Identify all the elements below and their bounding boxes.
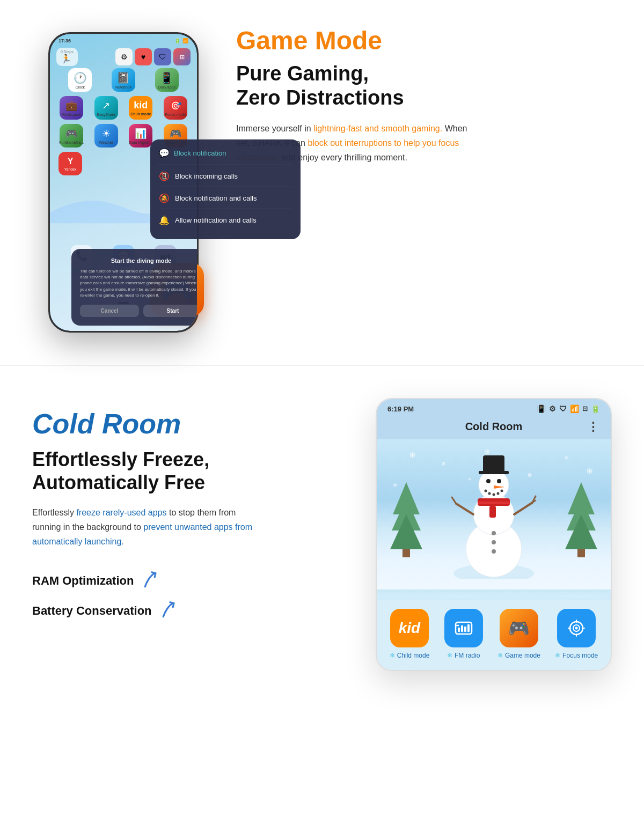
- phone-status-bar: 17:36 🔋📶: [50, 34, 197, 46]
- svg-rect-38: [464, 627, 466, 632]
- svg-rect-36: [458, 628, 460, 632]
- notif-panel-title: 💬 Block notification: [159, 148, 292, 158]
- app-focus[interactable]: 🎯 Focus mode: [164, 96, 187, 120]
- battery-icon: 🔋: [591, 404, 600, 413]
- app-daily[interactable]: 📱 Daily apps: [155, 68, 179, 92]
- svg-point-33: [492, 549, 496, 554]
- cold-status-time: 6:19 PM: [387, 405, 414, 413]
- snowflake-5: ❄: [565, 455, 568, 460]
- snowflake-2: ❄: [441, 461, 445, 467]
- cold-app-childmode: kid ❄ Child mode: [390, 609, 430, 659]
- app-icon-security[interactable]: 🛡: [154, 48, 171, 65]
- game-mode-phone-container: 17:36 🔋📶 0 Steps 🏃 ⚙ ♥ 🛡 ⊞: [32, 32, 215, 333]
- snow-wave: [377, 590, 611, 600]
- app-yandex[interactable]: Y Yandex: [58, 152, 82, 175]
- cold-room-phone: 6:19 PM 📳 ⚙ 🛡 📶 ⊡ 🔋 Cold Room ⋮ ❄: [376, 398, 612, 671]
- cold-desc-highlight-1: freeze rarely-used apps: [76, 508, 166, 517]
- diving-start-button[interactable]: Start: [143, 305, 197, 317]
- game-mode-section: 17:36 🔋📶 0 Steps 🏃 ⚙ ♥ 🛡 ⊞: [0, 0, 644, 365]
- app-workspace[interactable]: 💼 Workspace: [60, 96, 83, 120]
- notif-option-2[interactable]: 🔕 Block notification and calls: [159, 187, 292, 209]
- app-row-1: 🕐 Clock 📓 Notebook 📱 Daily apps: [50, 68, 197, 92]
- tree-right-icon: [562, 471, 600, 557]
- svg-rect-23: [489, 506, 496, 518]
- svg-rect-3: [402, 549, 410, 557]
- cold-app-label-game: ❄ Game mode: [497, 652, 540, 659]
- app-fungame[interactable]: 🎮 FunGameCe...: [60, 124, 83, 148]
- battery-arrow-icon: [158, 600, 180, 622]
- app-easyshare[interactable]: ↗ EasyShare: [94, 96, 118, 120]
- status-icons: 🔋📶: [174, 38, 188, 43]
- svg-point-15: [497, 479, 501, 483]
- benefit-ram-label: RAM Optimization: [32, 574, 134, 588]
- svg-rect-37: [461, 625, 463, 632]
- diving-dialog: Start the diving mode The call function …: [71, 249, 197, 326]
- diving-dialog-body: The call function will be turned off in …: [80, 268, 197, 298]
- diving-cancel-button[interactable]: Cancel: [80, 305, 139, 317]
- notif-icon: 💬: [159, 148, 170, 158]
- app-icon-extra[interactable]: ⊞: [173, 48, 191, 65]
- app-icon-small[interactable]: ⚙: [115, 48, 133, 65]
- app-row-2: 💼 Workspace ↗ EasyShare kid Child mode 🎯…: [50, 96, 197, 120]
- svg-point-17: [485, 490, 487, 492]
- desc-highlight-1: lightning-fast and smooth gaming.: [313, 124, 442, 133]
- snowman-scene: ❄ ❄ ❄ ❄ ❄ ❄ ❄ ❄: [377, 439, 611, 590]
- wifi-icon: 📶: [570, 404, 579, 413]
- cold-phone-apps: kid ❄ Child mode: [377, 600, 611, 670]
- cold-app-label-child: ❄ Child mode: [390, 652, 430, 659]
- cold-phone-header: Cold Room ⋮: [377, 416, 611, 439]
- cold-room-content: Cold Room Effortlessly Freeze, Automatic…: [32, 398, 354, 630]
- notif-option-3[interactable]: 🔔 Allow notification and calls: [159, 209, 292, 231]
- svg-line-28: [514, 503, 532, 514]
- svg-rect-24: [478, 502, 510, 504]
- ram-arrow-icon: [140, 570, 162, 592]
- block-notif-icon: 🔕: [159, 193, 170, 203]
- cold-app-focusmode: ❄ Focus mode: [555, 609, 598, 659]
- svg-point-42: [575, 627, 578, 630]
- cold-room-screen-title: Cold Room: [465, 421, 523, 433]
- app-datamigr[interactable]: 📊 Data Migrati...: [129, 124, 152, 148]
- notif-option-1[interactable]: 📵 Block incoming calls: [159, 165, 292, 187]
- app-notebook[interactable]: 📓 Notebook: [112, 68, 135, 92]
- allow-notif-icon: 🔔: [159, 215, 170, 225]
- benefit-battery: Battery Conservation: [32, 600, 354, 622]
- app-kid[interactable]: kid Child mode: [129, 96, 152, 120]
- svg-point-18: [488, 492, 491, 495]
- snowman-svg: [451, 450, 537, 579]
- svg-rect-13: [483, 455, 504, 473]
- svg-point-19: [493, 493, 495, 496]
- app-clock[interactable]: 🕐 Clock: [68, 68, 92, 92]
- snowflake-3: ❄: [484, 447, 491, 456]
- svg-rect-7: [577, 549, 585, 557]
- cold-app-gamemode: 🎮 ❄ Game mode: [497, 609, 540, 659]
- app-icon-heart[interactable]: ♥: [135, 48, 152, 65]
- svg-line-25: [456, 504, 473, 514]
- status-time: 17:36: [58, 38, 71, 43]
- cold-app-icon-fm[interactable]: [444, 609, 483, 647]
- snowflake-4: ❄: [527, 471, 532, 479]
- snowflake-1: ❄: [409, 450, 416, 460]
- svg-point-20: [497, 492, 500, 495]
- tree-left-icon: [387, 471, 425, 557]
- screen-icon: ⊡: [582, 405, 588, 412]
- block-calls-icon: 📵: [159, 171, 170, 181]
- svg-marker-6: [565, 514, 597, 549]
- cold-status-icons: 📳 ⚙ 🛡 📶 ⊡ 🔋: [537, 404, 600, 413]
- benefit-battery-label: Battery Conservation: [32, 604, 152, 618]
- settings-icon: ⚙: [549, 404, 556, 413]
- top-app-icons: ⚙ ♥ 🛡 ⊞: [115, 48, 191, 65]
- vibrate-icon: 📳: [537, 404, 546, 413]
- cold-room-title: Cold Room: [32, 409, 354, 439]
- svg-point-14: [486, 479, 491, 483]
- snowflake-7: ❄: [468, 477, 472, 482]
- cold-app-icon-focus[interactable]: [557, 609, 596, 647]
- svg-marker-2: [390, 514, 422, 549]
- benefit-ram: RAM Optimization: [32, 570, 354, 592]
- notification-panel: 💬 Block notification 📵 Block incoming ca…: [150, 139, 301, 239]
- game-mode-title: Game Mode: [236, 27, 612, 55]
- more-menu-icon[interactable]: ⋮: [587, 420, 600, 434]
- cold-app-icon-game[interactable]: 🎮: [500, 609, 538, 647]
- app-weather[interactable]: ☀ Weather: [94, 124, 118, 148]
- cold-room-section: Cold Room Effortlessly Freeze, Automatic…: [0, 366, 644, 703]
- cold-app-icon-child[interactable]: kid: [390, 609, 429, 647]
